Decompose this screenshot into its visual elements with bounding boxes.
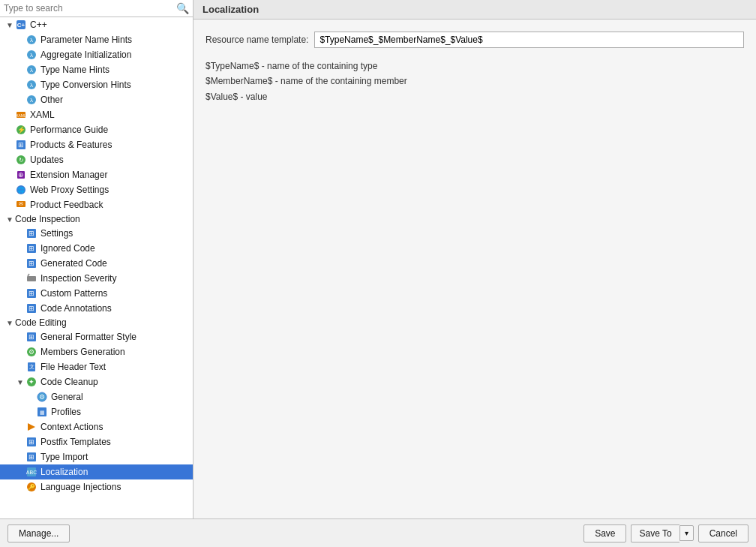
svg-text:⊞: ⊞: [28, 438, 34, 446]
tree-item-profiles[interactable]: ▦ Profiles: [0, 404, 193, 419]
svg-text:⚙: ⚙: [28, 348, 34, 356]
tree-item-code-inspection[interactable]: ▼ Code Inspection: [0, 212, 193, 226]
feedback-icon: ✉: [15, 199, 27, 211]
svg-text:⊞: ⊞: [28, 260, 34, 267]
cpp-icon: C+: [15, 19, 27, 31]
postfix-label: Postfix Templates: [40, 437, 111, 447]
svg-text:⊞: ⊞: [18, 141, 24, 149]
svg-text:⚡: ⚡: [17, 125, 26, 134]
search-input[interactable]: [4, 3, 176, 14]
products-icon: ⊞: [15, 139, 27, 151]
tree-item-language-injections[interactable]: 🔑 Language Injections: [0, 479, 193, 494]
conversion-icon: λ: [26, 79, 38, 91]
manage-button[interactable]: Manage...: [8, 524, 70, 542]
other-icon: λ: [26, 94, 38, 106]
dialog-body: 🔍 ▼ C+ C++ λ: [0, 0, 756, 518]
search-icon[interactable]: 🔍: [176, 2, 189, 14]
svg-text:⊞: ⊞: [28, 230, 34, 237]
tree-item-web-proxy[interactable]: 🌐 Web Proxy Settings: [0, 182, 193, 197]
tree-item-general-formatter[interactable]: ⊞ General Formatter Style: [0, 329, 193, 344]
settings-icon: ⊞: [26, 227, 38, 239]
extension-icon: ⊕: [15, 169, 27, 181]
tree-item-code-cleanup[interactable]: ▼ ✦ Code Cleanup: [0, 374, 193, 389]
tree-item-members-generation[interactable]: ⚙ Members Generation: [0, 344, 193, 359]
tree-item-general-cleanup[interactable]: ⚙ General: [0, 389, 193, 404]
cancel-button[interactable]: Cancel: [698, 524, 748, 542]
hint3: $Value$ - value: [206, 89, 744, 104]
code-editing-label: Code Editing: [15, 317, 67, 328]
svg-text:🌐: 🌐: [17, 186, 25, 194]
save-to-dropdown[interactable]: ▾: [680, 525, 694, 541]
save-button[interactable]: Save: [584, 524, 626, 542]
type-name-hints-label: Type Name Hints: [40, 65, 110, 75]
svg-text:⊞: ⊞: [28, 305, 34, 312]
type-import-label: Type Import: [40, 452, 88, 462]
svg-text:λ: λ: [30, 97, 33, 104]
extension-label: Extension Manager: [30, 170, 107, 180]
profiles-label: Profiles: [51, 407, 81, 417]
tree-item-updates[interactable]: ↻ Updates: [0, 152, 193, 167]
tree-item-ignored-code[interactable]: ⊞ Ignored Code: [0, 241, 193, 256]
tree-item-xaml[interactable]: XAML XAML: [0, 107, 193, 122]
context-actions-label: Context Actions: [40, 422, 103, 432]
right-header: Localization: [194, 0, 756, 20]
svg-text:λ: λ: [30, 82, 33, 89]
tree-item-products-features[interactable]: ⊞ Products & Features: [0, 137, 193, 152]
other-label: Other: [40, 95, 63, 105]
proxy-label: Web Proxy Settings: [30, 185, 109, 195]
hint1: $TypeName$ - name of the containing type: [206, 59, 744, 74]
tree-item-generated-code[interactable]: ⊞ Generated Code: [0, 256, 193, 271]
tree-item-inspection-severity[interactable]: Inspection Severity: [0, 271, 193, 286]
formatter-label: General Formatter Style: [40, 332, 136, 342]
svg-line-33: [28, 274, 29, 276]
tree-item-aggregate-init[interactable]: λ Aggregate Initialization: [0, 47, 193, 62]
svg-text:⊕: ⊕: [18, 171, 24, 179]
svg-text:▦: ▦: [40, 410, 45, 415]
tree-item-custom-patterns[interactable]: ⊞ Custom Patterns: [0, 286, 193, 301]
products-features-label: Products & Features: [30, 140, 112, 150]
tree-item-postfix-templates[interactable]: ⊞ Postfix Templates: [0, 434, 193, 449]
code-inspection-arrow: ▼: [6, 215, 15, 224]
general-cleanup-label: General: [51, 392, 83, 402]
left-panel: 🔍 ▼ C+ C++ λ: [0, 0, 194, 518]
resource-name-input[interactable]: [314, 32, 744, 48]
resource-name-label: Resource name template:: [206, 35, 308, 45]
tree-item-type-import[interactable]: ⊞ Type Import: [0, 449, 193, 464]
svg-text:ABC: ABC: [26, 470, 37, 475]
tree-item-type-name-hints[interactable]: λ Type Name Hints: [0, 62, 193, 77]
form-row-template: Resource name template:: [206, 32, 744, 48]
save-to-button[interactable]: Save To: [631, 524, 679, 542]
tree-item-performance[interactable]: ⚡ Performance Guide: [0, 122, 193, 137]
ignored-code-label: Ignored Code: [40, 243, 95, 254]
svg-text:C+: C+: [17, 22, 26, 29]
tree-item-type-conversion-hints[interactable]: λ Type Conversion Hints: [0, 77, 193, 92]
search-box[interactable]: 🔍: [0, 0, 193, 17]
tree-item-cpp[interactable]: ▼ C+ C++: [0, 17, 193, 32]
svg-text:⊞: ⊞: [28, 333, 34, 341]
localization-icon: ABC: [26, 466, 38, 478]
postfix-icon: ⊞: [26, 436, 38, 448]
tree-item-other[interactable]: λ Other: [0, 92, 193, 107]
profiles-icon: ▦: [36, 406, 48, 418]
svg-marker-50: [28, 423, 35, 431]
tree-item-code-annotations[interactable]: ⊞ Code Annotations: [0, 301, 193, 316]
tree-item-code-editing[interactable]: ▼ Code Editing: [0, 316, 193, 329]
patterns-icon: ⊞: [26, 287, 38, 299]
annotations-icon: ⊞: [26, 302, 38, 314]
type-conversion-hints-label: Type Conversion Hints: [40, 80, 131, 90]
tree-item-context-actions[interactable]: Context Actions: [0, 419, 193, 434]
svg-rect-32: [27, 276, 36, 281]
tree-item-localization[interactable]: ABC Localization: [0, 464, 193, 479]
svg-text:⚙: ⚙: [39, 393, 45, 401]
tree-item-file-header[interactable]: 文 File Header Text: [0, 359, 193, 374]
right-content: Resource name template: $TypeName$ - nam…: [194, 20, 756, 518]
tree-item-product-feedback[interactable]: ✉ Product Feedback: [0, 197, 193, 212]
tree-item-settings[interactable]: ⊞ Settings: [0, 226, 193, 241]
svg-text:✦: ✦: [28, 378, 34, 386]
tree-item-param-name-hints[interactable]: λ Parameter Name Hints: [0, 32, 193, 47]
tree-item-extension-manager[interactable]: ⊕ Extension Manager: [0, 167, 193, 182]
right-panel: Localization Resource name template: $Ty…: [194, 0, 756, 518]
localization-label: Localization: [40, 467, 88, 477]
svg-text:⊞: ⊞: [28, 453, 34, 461]
members-label: Members Generation: [40, 347, 125, 357]
